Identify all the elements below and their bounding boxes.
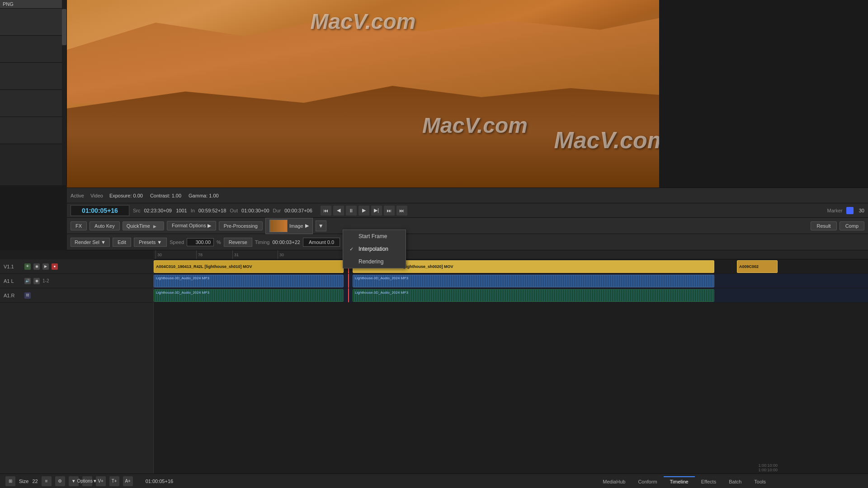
ruler-mark-1: 30: [156, 250, 196, 259]
ruler-mark-3: 31: [232, 250, 278, 259]
audio-r-playhead: [348, 288, 349, 302]
options-button[interactable]: Options ▼: [82, 476, 92, 486]
track-header-a1r: A1.R ⛓: [0, 288, 153, 303]
pre-processing-button[interactable]: Pre-Processing: [219, 221, 263, 230]
size-label: Size: [19, 479, 28, 484]
bottom-tabs: MediaHub Conform Timeline Effects Batch …: [596, 476, 772, 486]
format-options-button[interactable]: Format Options ▶: [167, 221, 216, 230]
quicktime-dropdown[interactable]: QuickTime ▶: [123, 221, 164, 230]
audio-r-track-row: Lighthouse-3D_Audio_2024 MP3 Lighthouse-…: [154, 288, 868, 303]
a-plus-button[interactable]: A+: [123, 476, 133, 486]
speed-input[interactable]: [187, 238, 214, 246]
video-preview: MacV.com MacV.com MacV.com: [67, 0, 659, 188]
exposure-label: Exposure: 0.00: [109, 193, 143, 198]
sidebar-scrollbar-thumb[interactable]: [62, 9, 66, 45]
bottom-timecode: 01:00:05+16: [146, 479, 173, 484]
video-clip-2[interactable]: A004C014_188432_R42L [lighthouse_sh0020]…: [353, 260, 714, 273]
in-val[interactable]: 00:59:52+18: [198, 208, 226, 213]
transport-pause[interactable]: ⏸: [346, 206, 357, 216]
sidebar-thumb-2[interactable]: [0, 36, 66, 63]
track-lock-icon[interactable]: ◉: [33, 263, 40, 270]
dur-label: Dur: [273, 208, 281, 213]
settings-button[interactable]: ⚙: [55, 476, 65, 486]
audio-l-playhead: [348, 274, 349, 288]
result-button[interactable]: Result: [811, 221, 836, 230]
audio-l-clip-1[interactable]: Lighthouse-3D_Audio_2024 MP3: [154, 275, 344, 287]
fx-button[interactable]: FX: [71, 221, 87, 230]
dropdown-item-interpolation[interactable]: ✓ Interpolation: [343, 243, 406, 255]
active-label: Active: [71, 193, 84, 198]
audio-l-track-row: Lighthouse-3D_Audio_2024 MP3 Lighthouse-…: [154, 274, 868, 288]
marker-color-swatch[interactable]: [846, 207, 854, 214]
audio-l-clip-2[interactable]: Lighthouse-3D_Audio_2024 MP3: [353, 275, 714, 287]
percent-label: %: [217, 239, 221, 245]
sidebar-thumb-1[interactable]: [0, 9, 66, 36]
src-label: Src: [133, 208, 141, 213]
image-selector[interactable]: Image ▶: [265, 218, 313, 234]
dur-val[interactable]: 00:00:37+06: [284, 208, 312, 213]
audio-r-clip-1[interactable]: Lighthouse-3D_Audio_2024 MP3: [154, 289, 344, 302]
out-val[interactable]: 01:00:30+00: [241, 208, 269, 213]
src-val: 02:23:30+09 1001: [144, 208, 187, 213]
speed-label: Speed: [170, 239, 184, 245]
ruler-mark-2: 78: [196, 250, 232, 259]
timeline-ruler-marks: 30 78 31 30 1:00:10:00: [154, 250, 458, 259]
bottom-toolbar: ⊞ Size 22 ≡ ⚙ ▼ Options ▼ V+ T+ A+ 01:00…: [0, 474, 868, 488]
transport-prev-frame[interactable]: ◀: [333, 206, 344, 216]
video-clip-3[interactable]: A009C002: [737, 260, 778, 273]
timing-val: 00:00:03+22: [272, 239, 300, 245]
timecode-row: 01:00:05+16 Src 02:23:30+09 1001 In 00:5…: [67, 203, 868, 218]
tab-mediahub[interactable]: MediaHub: [596, 476, 632, 486]
dropdown-item-rendering[interactable]: Rendering: [343, 255, 406, 268]
main-timecode-display[interactable]: 01:00:05+16: [71, 205, 129, 216]
transport-controls: ⏮ ◀ ⏸ ▶ ▶| ⏭ ⏭: [321, 206, 407, 216]
reverse-button[interactable]: Reverse: [224, 238, 252, 247]
transport-play[interactable]: ▶: [359, 206, 369, 216]
tab-timeline[interactable]: Timeline: [664, 476, 695, 486]
thumbnail-strip: [269, 220, 288, 232]
image-dropdown-trigger[interactable]: ▼: [316, 221, 326, 231]
video-clip-1[interactable]: A004C010_190413_R42L [lighthouse_sh010] …: [154, 260, 344, 273]
t-plus-button[interactable]: T+: [109, 476, 119, 486]
track-eye-icon[interactable]: 👁: [24, 263, 31, 270]
track-record-icon[interactable]: ●: [52, 263, 58, 270]
track-header-a1l: A1 L 🔊 ◉ 1-2: [0, 274, 153, 288]
desert-background: MacV.com MacV.com MacV.com: [67, 0, 659, 188]
sidebar-thumb-3[interactable]: [0, 63, 66, 90]
tab-effects[interactable]: Effects: [695, 476, 722, 486]
audio-link-icon[interactable]: ⛓: [24, 292, 31, 299]
timeline-ruler: 30 78 31 30 1:00:10:00: [154, 250, 868, 259]
sidebar-thumb-4[interactable]: [0, 90, 66, 117]
bottom-time-info: 1:00:10:00 1:00:10:00: [758, 463, 778, 472]
render-sel-button[interactable]: Render Sel ▼: [71, 238, 110, 247]
tab-tools[interactable]: Tools: [748, 476, 772, 486]
amount-display[interactable]: Amount 0.0: [303, 238, 340, 247]
comp-button[interactable]: Comp: [840, 221, 864, 230]
audio-lock-icon[interactable]: ◉: [33, 278, 40, 284]
transport-to-end[interactable]: ⏭: [396, 206, 407, 216]
gamma-label: Gamma: 1.00: [189, 193, 219, 198]
v-plus-button[interactable]: V+: [96, 476, 106, 486]
video-track-label: V1.1: [4, 264, 22, 269]
in-label: In: [191, 208, 195, 213]
tab-conform[interactable]: Conform: [632, 476, 663, 486]
edit-button[interactable]: Edit: [113, 238, 131, 247]
audio-r-clip-1-label: Lighthouse-3D_Audio_2024 MP3: [156, 291, 209, 295]
list-view-button[interactable]: ≡: [42, 476, 52, 486]
tab-batch[interactable]: Batch: [722, 476, 748, 486]
transport-step-forward[interactable]: ⏭: [384, 206, 395, 216]
track-solo-icon[interactable]: ▶: [42, 263, 49, 270]
transport-next-frame[interactable]: ▶|: [371, 206, 382, 216]
audio-r-clip-2[interactable]: Lighthouse-3D_Audio_2024 MP3: [353, 289, 714, 302]
dropdown-item-start-frame[interactable]: Start Frame: [343, 230, 406, 243]
presets-button[interactable]: Presets ▼: [134, 238, 167, 247]
sidebar-thumb-5[interactable]: [0, 117, 66, 144]
check-mark-start-frame: [349, 234, 355, 239]
audio-track-icon[interactable]: 🔊: [24, 278, 31, 284]
grid-view-button[interactable]: ⊞: [5, 476, 15, 486]
auto-key-button[interactable]: Auto Key: [90, 221, 120, 230]
interpolation-dropdown-menu: Start Frame ✓ Interpolation Rendering: [343, 230, 406, 268]
sidebar-scrollbar[interactable]: [62, 0, 66, 185]
transport-to-start[interactable]: ⏮: [321, 206, 331, 216]
video-section-label: Video: [90, 193, 103, 198]
